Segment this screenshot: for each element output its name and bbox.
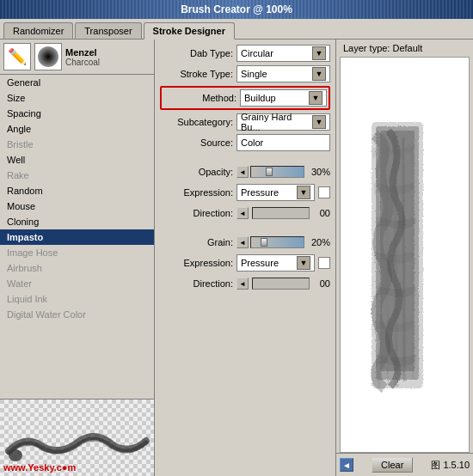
tab-stroke-designer[interactable]: Stroke Designer xyxy=(144,22,235,40)
clear-button[interactable]: Clear xyxy=(372,457,413,473)
grain-direction-slider[interactable] xyxy=(252,278,310,290)
grain-expression-label: Expression: xyxy=(160,258,233,268)
opacity-slider-track[interactable] xyxy=(250,166,304,178)
dab-type-label: Dab Type: xyxy=(160,48,233,58)
brush-preview-svg: ○ xyxy=(341,113,469,397)
subcategory-arrow[interactable]: ▼ xyxy=(312,115,326,129)
sidebar-item-airbrush: Airbrush xyxy=(0,260,154,276)
sidebar-item-angle[interactable]: Angle xyxy=(0,121,154,137)
grain-slider-thumb[interactable] xyxy=(261,238,267,247)
grain-dir-left-btn[interactable]: ◄ xyxy=(236,278,249,290)
sidebar-item-well[interactable]: Well xyxy=(0,152,154,168)
grain-label: Grain: xyxy=(160,237,233,247)
grain-value: 20% xyxy=(306,237,330,247)
bottom-right-controls: ◄ Clear 图 1.5.10 xyxy=(336,453,473,476)
opacity-direction-row: Direction: ◄ 00 xyxy=(160,204,330,222)
opacity-direction-label: Direction: xyxy=(160,208,233,218)
source-row: Source: Color xyxy=(160,134,330,151)
opacity-direction-value: 00 xyxy=(313,208,330,218)
sidebar-item-rake: Rake xyxy=(0,168,154,183)
tab-randomizer[interactable]: Randomizer xyxy=(3,22,73,39)
grain-slider-left-btn[interactable]: ◄ xyxy=(236,236,249,248)
sidebar-list: General Size Spacing Angle Bristle Well … xyxy=(0,75,154,399)
title-bar: Brush Creator @ 100% xyxy=(0,0,473,19)
grain-expression-checkbox[interactable] xyxy=(318,257,330,269)
sidebar-item-general[interactable]: General xyxy=(0,75,154,90)
opacity-expression-label: Expression: xyxy=(160,187,233,198)
brush-name: Menzel xyxy=(65,47,100,58)
method-value: Buildup xyxy=(244,93,276,103)
opacity-row: Opacity: ◄ 30% xyxy=(160,163,330,180)
dab-type-arrow[interactable]: ▼ xyxy=(312,46,326,60)
sidebar-item-image-hose: Image Hose xyxy=(0,245,154,260)
main-container: Randomizer Transposer Stroke Designer ✏️… xyxy=(0,19,473,476)
sidebar-item-digital-water-color: Digital Water Color xyxy=(0,307,154,322)
subcategory-dropdown[interactable]: Grainy Hard Bu... ▼ xyxy=(236,113,330,131)
opacity-expression-row: Expression: Pressure ▼ xyxy=(160,184,330,201)
tabs-row: Randomizer Transposer Stroke Designer xyxy=(0,19,473,40)
middle-panel: Dab Type: Circular ▼ Stroke Type: Single… xyxy=(155,40,335,476)
brush-stroke-preview-area: www.Yesky.c●m xyxy=(0,399,154,476)
grain-expression-arrow[interactable]: ▼ xyxy=(297,256,310,270)
sidebar-item-cloning[interactable]: Cloning xyxy=(0,214,154,229)
grain-row: Grain: ◄ 20% xyxy=(160,234,330,251)
sidebar-item-water: Water xyxy=(0,276,154,291)
subcategory-label: Subcategory: xyxy=(160,117,233,127)
right-panel: Layer type: Default xyxy=(335,40,473,476)
method-row: Method: Buildup ▼ xyxy=(160,86,330,110)
opacity-label: Opacity: xyxy=(160,167,233,177)
opacity-expression-checkbox[interactable] xyxy=(318,186,330,198)
opacity-expression-value: Pressure xyxy=(241,187,279,198)
sidebar-item-impasto[interactable]: Impasto xyxy=(0,229,154,245)
stroke-type-arrow[interactable]: ▼ xyxy=(312,67,326,81)
opacity-dir-left-btn[interactable]: ◄ xyxy=(236,207,249,219)
opacity-expression-dropdown[interactable]: Pressure ▼ xyxy=(236,184,315,201)
stroke-type-label: Stroke Type: xyxy=(160,69,233,79)
subcategory-row: Subcategory: Grainy Hard Bu... ▼ xyxy=(160,113,330,131)
scroll-left-btn[interactable]: ◄ xyxy=(340,458,353,472)
watermark-text: www.Yesky.c●m xyxy=(3,462,76,473)
grain-direction-label: Direction: xyxy=(160,278,233,289)
opacity-slider-thumb[interactable] xyxy=(266,168,273,176)
opacity-slider-left-btn[interactable]: ◄ xyxy=(236,166,249,178)
fig-label: 图 1.5.10 xyxy=(431,459,470,472)
tab-transposer[interactable]: Transposer xyxy=(75,22,141,39)
source-value: Color xyxy=(241,137,263,148)
sidebar-item-random[interactable]: Random xyxy=(0,183,154,198)
source-dropdown[interactable]: Color xyxy=(236,134,330,151)
brush-preview-area: ○ xyxy=(340,57,470,453)
dab-type-value: Circular xyxy=(241,48,273,58)
source-label: Source: xyxy=(160,137,233,148)
grain-slider-track[interactable] xyxy=(250,236,304,248)
content-area: ✏️ Menzel Charcoal General Size Spacing … xyxy=(0,40,473,476)
sidebar-item-bristle: Bristle xyxy=(0,137,154,152)
dab-type-dropdown[interactable]: Circular ▼ xyxy=(236,45,330,62)
svg-point-5 xyxy=(9,449,22,461)
grain-slider-container: ◄ 20% xyxy=(236,236,330,248)
opacity-value: 30% xyxy=(306,167,330,177)
left-panel: ✏️ Menzel Charcoal General Size Spacing … xyxy=(0,40,155,476)
brush-names: Menzel Charcoal xyxy=(65,47,100,67)
subcategory-value: Grainy Hard Bu... xyxy=(241,112,312,132)
sidebar-item-mouse[interactable]: Mouse xyxy=(0,198,154,214)
opacity-expression-arrow[interactable]: ▼ xyxy=(297,186,310,199)
layer-type-label: Layer type: Default xyxy=(336,40,473,57)
brush-round-icon xyxy=(34,43,62,70)
grain-expression-value: Pressure xyxy=(241,258,279,268)
opacity-slider-container: ◄ 30% xyxy=(236,166,330,178)
dab-type-row: Dab Type: Circular ▼ xyxy=(160,45,330,62)
method-dropdown[interactable]: Buildup ▼ xyxy=(240,89,327,107)
grain-expression-dropdown[interactable]: Pressure ▼ xyxy=(236,254,315,272)
grain-expression-row: Expression: Pressure ▼ xyxy=(160,254,330,272)
sidebar-item-spacing[interactable]: Spacing xyxy=(0,106,154,121)
opacity-direction-slider[interactable] xyxy=(252,207,310,219)
sidebar-item-size[interactable]: Size xyxy=(0,90,154,106)
brush-pencil-icon: ✏️ xyxy=(3,43,31,70)
brush-selector[interactable]: ✏️ Menzel Charcoal xyxy=(0,40,154,75)
sidebar-item-liquid-ink: Liquid Ink xyxy=(0,291,154,307)
method-arrow[interactable]: ▼ xyxy=(309,91,322,105)
grain-direction-value: 00 xyxy=(313,278,330,289)
stroke-type-dropdown[interactable]: Single ▼ xyxy=(236,65,330,82)
method-label: Method: xyxy=(163,93,236,103)
brush-subname: Charcoal xyxy=(65,58,100,67)
